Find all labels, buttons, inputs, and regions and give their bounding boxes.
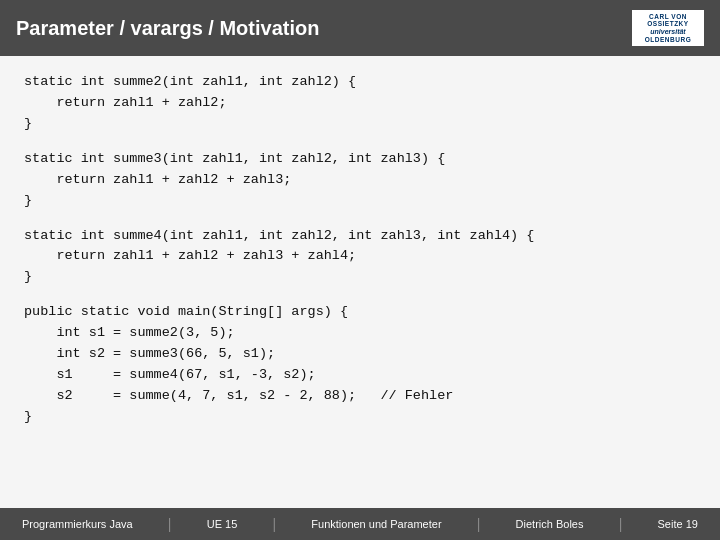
code-block-3: static int summe4(int zahl1, int zahl2, …	[24, 226, 696, 289]
code-line-4-1: public static void main(String[] args) {	[24, 302, 696, 323]
logo-line3: universität	[645, 28, 691, 36]
code-line-4-5: s2 = summe(4, 7, s1, s2 - 2, 88); // Feh…	[24, 386, 696, 407]
code-line-1-3: }	[24, 114, 696, 135]
code-line-4-3: int s2 = summe3(66, 5, s1);	[24, 344, 696, 365]
code-line-3-2: return zahl1 + zahl2 + zahl3 + zahl4;	[24, 246, 696, 267]
logo: CARL VON OSSIETZKY universität OLDENBURG	[632, 10, 704, 46]
footer: Programmierkurs Java | UE 15 | Funktione…	[0, 508, 720, 540]
logo-line4: OLDENBURG	[645, 36, 691, 43]
code-line-3-3: }	[24, 267, 696, 288]
main-content: static int summe2(int zahl1, int zahl2) …	[0, 56, 720, 516]
code-line-4-2: int s1 = summe2(3, 5);	[24, 323, 696, 344]
code-block-2: static int summe3(int zahl1, int zahl2, …	[24, 149, 696, 212]
footer-topic: Funktionen und Parameter	[301, 518, 451, 530]
footer-author: Dietrich Boles	[506, 518, 594, 530]
footer-unit: UE 15	[197, 518, 248, 530]
code-line-1-1: static int summe2(int zahl1, int zahl2) …	[24, 72, 696, 93]
code-line-3-1: static int summe4(int zahl1, int zahl2, …	[24, 226, 696, 247]
code-block-1: static int summe2(int zahl1, int zahl2) …	[24, 72, 696, 135]
logo-line2: OSSIETZKY	[645, 20, 691, 27]
logo-line1: CARL VON	[645, 13, 691, 20]
code-line-2-3: }	[24, 191, 696, 212]
code-line-1-2: return zahl1 + zahl2;	[24, 93, 696, 114]
code-line-2-2: return zahl1 + zahl2 + zahl3;	[24, 170, 696, 191]
footer-page: Seite 19	[648, 518, 708, 530]
code-block-4: public static void main(String[] args) {…	[24, 302, 696, 428]
code-line-4-6: }	[24, 407, 696, 428]
page-title: Parameter / varargs / Motivation	[16, 17, 319, 40]
title-bar: Parameter / varargs / Motivation CARL VO…	[0, 0, 720, 56]
code-line-2-1: static int summe3(int zahl1, int zahl2, …	[24, 149, 696, 170]
code-line-4-4: s1 = summe4(67, s1, -3, s2);	[24, 365, 696, 386]
footer-course: Programmierkurs Java	[12, 518, 143, 530]
